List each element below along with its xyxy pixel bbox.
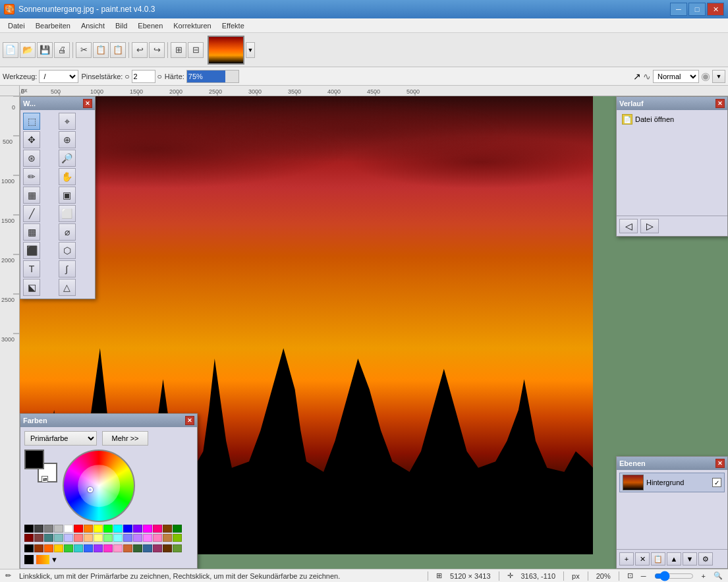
copy-button[interactable]: 📋 [93,42,109,58]
tool-magic-wand[interactable]: ⊛ [23,150,40,167]
swatch-s11[interactable] [123,544,132,552]
menu-effekte[interactable]: Effekte [217,20,250,31]
menu-datei[interactable]: Datei [3,20,30,31]
swatch-s16[interactable] [173,544,182,552]
swatch-s12[interactable] [133,544,142,552]
tool-eraser[interactable]: ⬜ [59,205,76,222]
swatch-blue[interactable] [123,525,132,533]
menu-korrekturen[interactable]: Korrekturen [168,20,216,31]
tool-bezier[interactable]: ∫ [59,260,76,277]
tool-pencil[interactable]: ✏ [23,168,40,185]
tool-select-lasso[interactable]: ⌖ [59,113,76,130]
thumbnail-dropdown[interactable]: ▼ [246,42,255,58]
swatch-lightcyan[interactable] [113,534,123,542]
color-arrow[interactable]: ▼ [51,556,58,564]
swatch-s14[interactable] [153,544,162,552]
close-button[interactable]: ✕ [707,3,724,16]
swatch-tan[interactable] [163,534,172,542]
swatch-s3[interactable] [44,544,53,552]
mehr-button[interactable]: Mehr >> [102,431,148,446]
tool-move[interactable]: ✥ [23,131,40,148]
menu-ansicht[interactable]: Ansicht [76,20,110,31]
color-wheel[interactable] [63,450,135,522]
canvas-thumbnail[interactable] [208,36,244,65]
layer-properties-button[interactable]: ⚙ [698,552,713,566]
swatch-s1[interactable] [24,544,34,552]
tool-shapes[interactable]: ⬕ [23,279,40,296]
swatch-periwinkle[interactable] [64,534,73,542]
swatch-s7[interactable] [84,544,93,552]
tool-line[interactable]: ╱ [23,205,40,222]
color-wheel-container[interactable] [63,450,135,522]
swatch-lightmagenta[interactable] [143,534,152,542]
swatch-s5[interactable] [64,544,73,552]
swatch-cornflower[interactable] [123,534,132,542]
menu-bearbeiten[interactable]: Bearbeiten [30,20,76,31]
move-layer-up-button[interactable]: ▲ [667,552,681,566]
swatch-magenta[interactable] [143,525,152,533]
swatch-hotpink[interactable] [153,534,162,542]
redo-history-button[interactable]: ▷ [640,219,659,233]
swap-colors-icon[interactable]: ⇄ [42,476,48,482]
canvas-viewport[interactable]: W... ✕ ⬚ ⌖ ✥ ⊕ ⊛ 🔎 ✏ ✋ ▦ ▣ ╱ [20,96,728,569]
swatch-peach[interactable] [84,534,93,542]
swatch-s2[interactable] [34,544,43,552]
swatch-white[interactable] [64,525,73,533]
tool-recolor[interactable]: ⬡ [59,242,76,259]
history-item[interactable]: 📄 Datei öffnen [619,113,725,126]
swatch-lightgreen[interactable] [103,534,113,542]
swatch-cyan[interactable] [113,525,123,533]
tools-panel-close[interactable]: ✕ [83,99,92,108]
swatch-s6[interactable] [74,544,83,552]
swatch-s10[interactable] [113,544,123,552]
fg-small-swatch[interactable] [24,555,34,564]
swatch-teal[interactable] [44,534,53,542]
tools-panel-header[interactable]: W... ✕ [20,97,95,110]
swatch-purple[interactable] [133,525,142,533]
duplicate-layer-button[interactable]: 📋 [651,552,665,566]
swatch-lavender[interactable] [133,534,142,542]
undo-history-button[interactable]: ◁ [619,219,638,233]
swatch-s9[interactable] [103,544,113,552]
grid-toggle[interactable]: ⊞ [171,42,186,58]
redo-button[interactable]: ↪ [149,42,165,58]
tool-select2[interactable]: ▣ [59,187,76,204]
swatch-darkred[interactable] [24,534,34,542]
zoom-out-button[interactable]: ─ [641,572,646,580]
zoom-slider[interactable] [654,571,694,581]
swatch-lightgray[interactable] [54,525,63,533]
tool-paint-bucket[interactable]: ▦ [23,187,40,204]
layers-panel-header[interactable]: Ebenen ✕ [617,457,727,470]
swatch-salmon[interactable] [74,534,83,542]
layer-visible-checkbox[interactable]: ✓ [712,478,721,487]
swatch-red[interactable] [74,525,83,533]
layer-item[interactable]: Hintergrund ✓ [619,473,725,492]
history-panel-header[interactable]: Verlauf ✕ [617,97,727,110]
primary-secondary-select[interactable]: Primärfarbe [24,431,97,446]
new-button[interactable]: 📄 [3,42,18,58]
menu-bild[interactable]: Bild [110,20,132,31]
swatch-s8[interactable] [94,544,103,552]
minimize-button[interactable]: ─ [670,3,687,16]
tool-eyedropper[interactable]: ⌀ [59,223,76,241]
colors-panel-header[interactable]: Farben ✕ [20,414,197,427]
tool-stamp[interactable]: ⬛ [23,242,40,259]
swatch-darkgreen[interactable] [173,525,182,533]
tool-select-rect[interactable]: ⬚ [23,113,40,130]
swatch-pink[interactable] [153,525,162,533]
werkzeug-select[interactable]: / [39,70,78,83]
swatch-s4[interactable] [54,544,63,552]
undo-button[interactable]: ↩ [132,42,148,58]
delete-layer-button[interactable]: ✕ [635,552,650,566]
harte-input[interactable] [186,70,239,83]
swatch-mauve[interactable] [34,534,43,542]
print-button[interactable]: 🖨 [54,42,70,58]
swatch-lightyellow[interactable] [94,534,103,542]
pinselstarke-input[interactable] [132,70,155,83]
menu-ebenen[interactable]: Ebenen [132,20,168,31]
zoom-in-button[interactable]: + [702,572,706,580]
swatch-lightblue[interactable] [54,534,63,542]
swatch-s15[interactable] [163,544,172,552]
tool-triangle[interactable]: △ [59,279,76,296]
open-button[interactable]: 📂 [20,42,36,58]
